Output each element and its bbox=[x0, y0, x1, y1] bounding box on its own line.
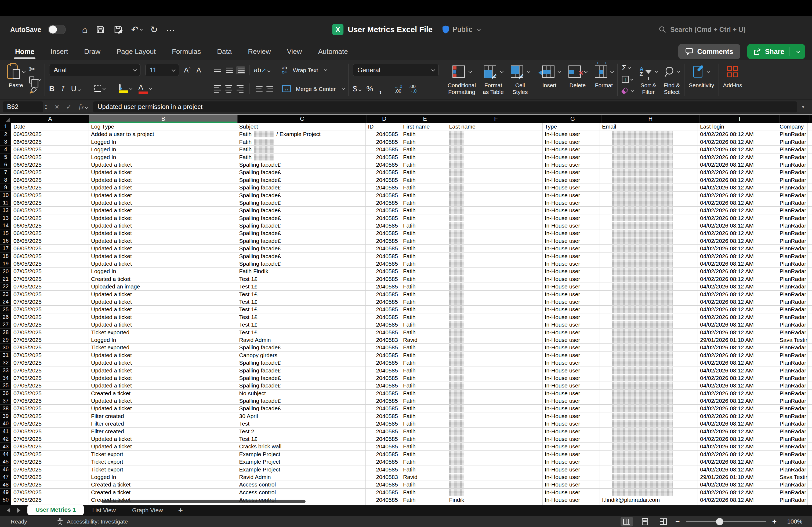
cell-email[interactable] bbox=[600, 184, 698, 191]
cell-subject[interactable]: Example Project bbox=[237, 466, 366, 473]
cell-first-name[interactable]: Fatih bbox=[401, 435, 447, 443]
cell-type[interactable]: In-House user bbox=[543, 229, 600, 237]
cell-email[interactable] bbox=[600, 359, 698, 366]
row-number[interactable]: 49 bbox=[0, 488, 11, 496]
cell-type[interactable]: In-House user bbox=[543, 336, 600, 344]
row-number[interactable]: 12 bbox=[0, 207, 11, 214]
cell-id[interactable]: 2040585 bbox=[366, 298, 401, 306]
merge-center-button[interactable]: ↔ Merge & Center bbox=[282, 82, 344, 96]
cell-date[interactable]: 07/05/2025 bbox=[11, 390, 89, 397]
row-number[interactable]: 39 bbox=[0, 412, 11, 420]
borders-button[interactable] bbox=[94, 85, 105, 92]
row-number[interactable]: 9 bbox=[0, 184, 11, 191]
cell-date[interactable]: 07/05/2025 bbox=[11, 412, 89, 420]
cell-type[interactable]: In-House user bbox=[543, 329, 600, 336]
cell-id[interactable]: 2040585 bbox=[366, 428, 401, 435]
format-cells-button[interactable]: Format bbox=[595, 63, 613, 89]
cell-overflow[interactable] bbox=[808, 214, 812, 222]
sheet-scroll-left-icon[interactable] bbox=[7, 508, 10, 513]
increase-decimal-button[interactable]: ←.0.00 bbox=[394, 84, 402, 93]
cell-date[interactable]: 07/05/2025 bbox=[11, 382, 89, 389]
page-break-view-button[interactable] bbox=[657, 517, 669, 526]
cell-subject[interactable]: Spalling facade£ bbox=[237, 374, 366, 382]
cell-overflow[interactable] bbox=[808, 435, 812, 443]
cell-last-login[interactable]: 04/02/2026 08:12 AM bbox=[698, 359, 777, 366]
cell-id[interactable]: 2040585 bbox=[366, 268, 401, 275]
cell-subject[interactable]: Spalling facade£ bbox=[237, 405, 366, 412]
cell-log-type-header[interactable]: Log Type bbox=[89, 123, 237, 131]
cell-log-type[interactable]: Updated a ticket bbox=[89, 253, 237, 260]
row-number[interactable]: 16 bbox=[0, 237, 11, 245]
cell-last-login[interactable]: 04/02/2026 08:12 AM bbox=[698, 161, 777, 168]
cell-type[interactable]: In-House user bbox=[543, 451, 600, 458]
sheet-scroll-right-icon[interactable] bbox=[17, 508, 20, 513]
cell-company[interactable]: PlanRadar bbox=[777, 390, 808, 397]
cell-date[interactable]: 06/05/2025 bbox=[11, 245, 89, 252]
tab-home[interactable]: Home bbox=[7, 43, 42, 60]
cell-id[interactable]: 2040585 bbox=[366, 458, 401, 466]
cell-overflow[interactable] bbox=[808, 245, 812, 252]
cell-log-type[interactable]: Filter created bbox=[89, 412, 237, 420]
cell-subject[interactable]: Spalling facade£ bbox=[237, 161, 366, 168]
cell-subject[interactable]: Spalling facade£ bbox=[237, 382, 366, 389]
cell-subject[interactable]: Fatih Findik bbox=[237, 268, 366, 275]
cell-overflow[interactable] bbox=[808, 313, 812, 321]
cell-date-header[interactable]: Date bbox=[11, 123, 89, 131]
cell-date[interactable]: 07/05/2025 bbox=[11, 275, 89, 283]
cell-overflow[interactable] bbox=[808, 153, 812, 161]
cell-first-name[interactable]: Fatih bbox=[401, 451, 447, 458]
zoom-in-button[interactable]: + bbox=[772, 517, 777, 526]
cell-first-name[interactable]: Fatih bbox=[401, 138, 447, 146]
cell-last-login[interactable]: 04/02/2026 08:12 AM bbox=[698, 237, 777, 245]
cell-last-login[interactable]: 04/02/2026 08:12 AM bbox=[698, 275, 777, 283]
cell-first-name[interactable]: Fatih bbox=[401, 291, 447, 298]
orientation-button[interactable]: ab↗ bbox=[254, 66, 270, 74]
wrap-text-button[interactable]: abc↵ Wrap Text bbox=[282, 63, 344, 77]
cell-type[interactable]: In-House user bbox=[543, 253, 600, 260]
cell-subject[interactable]: No subject bbox=[237, 390, 366, 397]
cell-subject[interactable]: Test 1£ bbox=[237, 435, 366, 443]
cell-first-name[interactable]: Fatih bbox=[401, 481, 447, 488]
cell-id[interactable]: 2040585 bbox=[366, 451, 401, 458]
cell-log-type[interactable]: Updated a ticket bbox=[89, 207, 237, 214]
cell-email[interactable] bbox=[600, 405, 698, 412]
cell-last-login[interactable]: 04/02/2026 08:12 AM bbox=[698, 481, 777, 488]
cell-subject[interactable]: Test 1£ bbox=[237, 291, 366, 298]
zoom-slider-thumb[interactable] bbox=[716, 518, 723, 525]
underline-button[interactable]: U bbox=[71, 85, 80, 93]
cell-company[interactable]: PlanRadar bbox=[777, 153, 808, 161]
cell-date[interactable]: 07/05/2025 bbox=[11, 496, 89, 504]
cell-company[interactable]: PlanRadar bbox=[777, 199, 808, 207]
cell-last-login[interactable]: 04/02/2026 08:12 AM bbox=[698, 306, 777, 313]
cell-overflow[interactable] bbox=[808, 496, 812, 504]
clear-button[interactable] bbox=[622, 86, 633, 96]
cell-date[interactable]: 07/05/2025 bbox=[11, 344, 89, 351]
cell-date[interactable]: 07/05/2025 bbox=[11, 351, 89, 359]
cell-type[interactable]: In-House user bbox=[543, 184, 600, 191]
cell-first-name[interactable]: Fatih bbox=[401, 253, 447, 260]
cell-overflow[interactable] bbox=[808, 146, 812, 153]
cell-last-login[interactable]: 04/02/2026 08:12 AM bbox=[698, 153, 777, 161]
cell-email[interactable] bbox=[600, 283, 698, 290]
cell-date[interactable]: 07/05/2025 bbox=[11, 458, 89, 466]
cell-last-name[interactable] bbox=[447, 374, 543, 382]
cell-last-name[interactable] bbox=[447, 229, 543, 237]
cell-id[interactable]: 2040585 bbox=[366, 253, 401, 260]
cell-company[interactable]: PlanRadar bbox=[777, 222, 808, 229]
cell-first-name[interactable]: Fatih bbox=[401, 207, 447, 214]
cell-email[interactable] bbox=[600, 229, 698, 237]
column-header-i[interactable]: I bbox=[700, 115, 780, 123]
cell-last-name[interactable] bbox=[447, 351, 543, 359]
cell-first-name[interactable]: Fatih bbox=[401, 382, 447, 389]
tab-insert[interactable]: Insert bbox=[42, 43, 76, 60]
number-format-select[interactable]: General bbox=[353, 64, 439, 76]
cell-overflow[interactable] bbox=[808, 229, 812, 237]
save-as-icon[interactable] bbox=[113, 25, 123, 34]
cell-id[interactable]: 2040585 bbox=[366, 420, 401, 427]
cell-overflow[interactable] bbox=[808, 283, 812, 290]
cell-subject[interactable]: Test 1£ bbox=[237, 306, 366, 313]
cell-date[interactable]: 07/05/2025 bbox=[11, 291, 89, 298]
tab-formulas[interactable]: Formulas bbox=[164, 43, 209, 60]
cell-subject[interactable]: Spalling facade£ bbox=[237, 199, 366, 207]
cell-last-name[interactable] bbox=[447, 199, 543, 207]
